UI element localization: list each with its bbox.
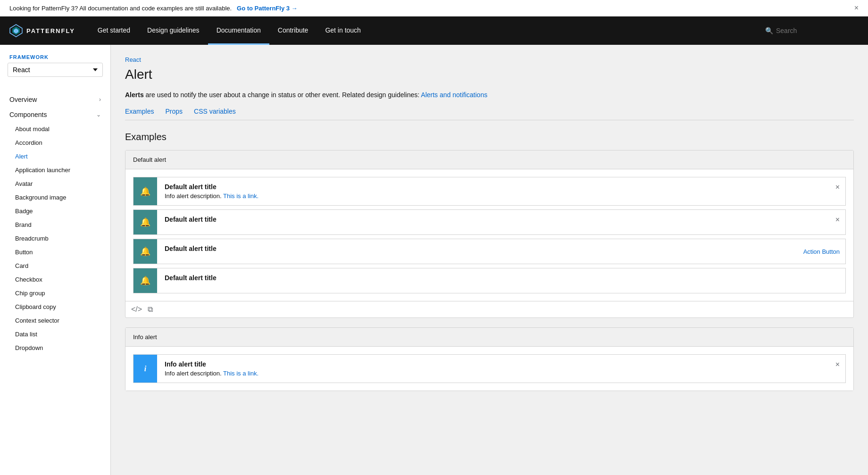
alert-content-1: Default alert title Info alert descripti… [157,177,845,205]
example-card-title-default: Default alert [125,150,853,169]
sidebar-item-clipboard-copy[interactable]: Clipboard copy [0,300,110,314]
alert-icon-col-3: 🔔 [134,239,157,264]
alert-title-info-1: Info alert title [165,360,826,368]
page-tabs: Examples Props CSS variables [125,108,854,120]
alert-content-info-1: Info alert title Info alert description.… [157,355,845,383]
framework-select[interactable]: React HTML/CSS [8,63,103,77]
logo-icon [9,24,23,37]
info-icon-1: i [144,365,146,373]
main-content: React Alert Alerts are used to notify th… [111,45,868,475]
sidebar-item-chip-group[interactable]: Chip group [0,286,110,300]
sidebar-item-components[interactable]: Components ⌄ [0,107,110,122]
sidebar-item-background-image[interactable]: Background image [0,191,110,204]
alert-icon-col-1: 🔔 [134,177,157,205]
alert-close-button-info-1[interactable]: × [835,360,840,369]
breadcrumb[interactable]: React [125,56,854,63]
search-bar[interactable]: 🔍 [765,27,859,34]
framework-section: FRAMEWORK React HTML/CSS [0,54,110,84]
topnav-link-design-guidelines[interactable]: Design guidelines [139,17,208,45]
desc-link[interactable]: Alerts and notifications [421,91,487,99]
alert-icon-col-2: 🔔 [134,210,157,234]
sidebar-item-avatar[interactable]: Avatar [0,177,110,191]
alert-default-4: 🔔 Default alert title [133,268,846,293]
alert-content-3: Default alert title [157,239,845,258]
sidebar-item-badge[interactable]: Badge [0,204,110,218]
alert-info-1: i Info alert title Info alert descriptio… [133,354,846,383]
alert-content-4: Default alert title [157,268,845,287]
topnav-links: Get started Design guidelines Documentat… [89,17,765,45]
tab-props[interactable]: Props [165,108,183,120]
sidebar-item-alert[interactable]: Alert [0,150,110,163]
alert-default-3: 🔔 Default alert title Action Button [133,239,846,264]
chevron-right-icon: › [99,96,101,103]
sidebar-nav: Overview › Components ⌄ About modal Acco… [0,92,110,355]
topnav-link-contribute[interactable]: Contribute [269,17,317,45]
framework-label: FRAMEWORK [0,54,110,63]
alert-desc-info-1: Info alert description. This is a link. [165,370,826,377]
topnav-link-documentation[interactable]: Documentation [208,17,269,45]
topnav-link-get-started[interactable]: Get started [89,17,139,45]
sidebar-item-context-selector[interactable]: Context selector [0,314,110,327]
alert-title-1: Default alert title [165,183,826,191]
section-title: Examples [125,132,854,142]
banner-close-button[interactable]: × [854,4,859,12]
sidebar: FRAMEWORK React HTML/CSS Overview › Comp… [0,45,111,475]
sidebar-item-dropdown[interactable]: Dropdown [0,341,110,355]
framework-select-wrapper: React HTML/CSS [0,63,110,84]
example-card-default-alert: Default alert 🔔 Default alert title Info… [125,150,854,318]
sidebar-item-overview[interactable]: Overview › [0,92,110,107]
bell-icon-3: 🔔 [140,246,150,257]
sidebar-item-breadcrumb[interactable]: Breadcrumb [0,232,110,245]
sidebar-item-card[interactable]: Card [0,259,110,273]
example-card-title-info: Info alert [125,328,853,347]
bell-icon-4: 🔔 [140,275,150,286]
logo[interactable]: PATTERNFLY [9,24,75,37]
search-icon: 🔍 [765,27,773,34]
tab-examples[interactable]: Examples [125,108,154,120]
chevron-down-icon: ⌄ [96,111,101,118]
alert-icon-col-4: 🔔 [134,268,157,293]
sidebar-item-application-launcher[interactable]: Application launcher [0,163,110,177]
alert-desc-link-info-1[interactable]: This is a link. [223,370,259,377]
sidebar-item-checkbox[interactable]: Checkbox [0,273,110,286]
example-card-footer-default: </> ⧉ [125,301,853,317]
alert-title-4: Default alert title [165,274,826,282]
page-description: Alerts are used to notify the user about… [125,90,854,100]
example-card-info-alert: Info alert i Info alert title Info alert… [125,327,854,391]
desc-bold: Alerts [125,91,144,99]
alert-default-2: 🔔 Default alert title × [133,209,846,235]
banner-text: Looking for PatternFly 3? All documentat… [9,5,298,12]
alert-icon-col-info-1: i [134,355,157,383]
banner: Looking for PatternFly 3? All documentat… [0,0,868,17]
alert-title-3: Default alert title [165,245,826,252]
alert-desc-link-1[interactable]: This is a link. [223,192,259,200]
alert-action-button-3[interactable]: Action Button [803,248,840,255]
alert-default-1: 🔔 Default alert title Info alert descrip… [133,177,846,206]
topnav-link-get-in-touch[interactable]: Get in touch [317,17,369,45]
sidebar-item-about-modal[interactable]: About modal [0,122,110,136]
banner-link[interactable]: Go to PatternFly 3 → [237,5,298,12]
sidebar-item-accordion[interactable]: Accordion [0,136,110,150]
tab-css-variables[interactable]: CSS variables [194,108,236,120]
example-card-body-default: 🔔 Default alert title Info alert descrip… [125,169,853,301]
code-toggle-button[interactable]: </> [131,305,142,314]
logo-text: PATTERNFLY [26,27,75,34]
alert-content-2: Default alert title [157,210,845,229]
alert-title-2: Default alert title [165,216,826,223]
bell-icon-1: 🔔 [140,186,150,197]
alert-close-button-2[interactable]: × [835,216,840,224]
example-card-body-info: i Info alert title Info alert descriptio… [125,347,853,391]
layout: FRAMEWORK React HTML/CSS Overview › Comp… [0,45,868,475]
bell-icon-2: 🔔 [140,217,150,227]
top-nav: PATTERNFLY Get started Design guidelines… [0,17,868,45]
sidebar-item-data-list[interactable]: Data list [0,327,110,341]
sidebar-item-brand[interactable]: Brand [0,218,110,232]
search-input[interactable] [776,27,859,34]
page-title: Alert [125,67,854,82]
sidebar-item-button[interactable]: Button [0,245,110,259]
alert-desc-1: Info alert description. This is a link. [165,192,826,200]
copy-code-button[interactable]: ⧉ [148,305,153,314]
alert-close-button-1[interactable]: × [835,183,840,192]
